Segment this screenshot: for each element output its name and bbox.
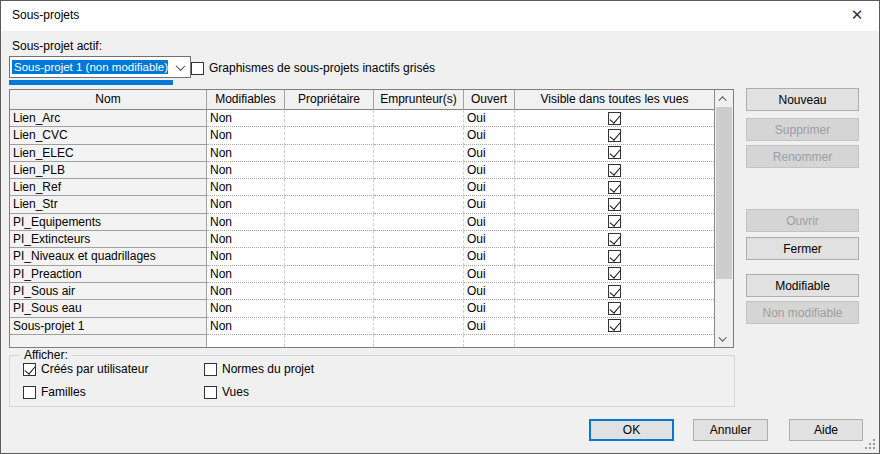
cell-owner[interactable]: [285, 248, 374, 265]
table-row-empty[interactable]: [10, 335, 714, 347]
cell-open[interactable]: Oui: [464, 283, 515, 300]
visible-checkbox[interactable]: [608, 112, 621, 125]
table-row[interactable]: Sous-projet 1 Non Oui: [10, 318, 714, 335]
crees-par-utilisateur-checkbox[interactable]: [23, 363, 36, 376]
cell-owner[interactable]: [285, 127, 374, 144]
cell-borrowers[interactable]: [374, 127, 464, 144]
cell-borrowers[interactable]: [374, 248, 464, 265]
visible-checkbox[interactable]: [608, 250, 621, 263]
cell-borrowers[interactable]: [374, 162, 464, 179]
close-icon[interactable]: ✕: [841, 3, 873, 27]
active-workset-dropdown[interactable]: Sous-projet 1 (non modifiable): [9, 56, 191, 78]
cell-open[interactable]: Oui: [464, 179, 515, 196]
cell-modifiable[interactable]: Non: [207, 214, 285, 231]
cell-open[interactable]: Oui: [464, 162, 515, 179]
option-label[interactable]: Normes du projet: [222, 362, 314, 376]
cell-modifiable[interactable]: Non: [207, 266, 285, 283]
table-row[interactable]: Lien_PLB Non Oui: [10, 162, 714, 179]
cell-modifiable[interactable]: Non: [207, 283, 285, 300]
cell-modifiable[interactable]: Non: [207, 318, 285, 335]
cell-visible[interactable]: [515, 127, 714, 144]
option-normes-du-projet[interactable]: Normes du projet: [204, 362, 314, 376]
cell-open[interactable]: Oui: [464, 300, 515, 317]
cell-name[interactable]: PI_Sous air: [10, 283, 207, 300]
cell-open[interactable]: Oui: [464, 248, 515, 265]
cell-visible[interactable]: [515, 300, 714, 317]
scrollbar-thumb[interactable]: [716, 107, 732, 279]
cell-owner[interactable]: [285, 179, 374, 196]
column-header-2[interactable]: Propriétaire: [285, 90, 374, 110]
gray-inactive-worksets-option[interactable]: Graphismes de sous-projets inactifs gris…: [191, 61, 435, 75]
cell-borrowers[interactable]: [374, 179, 464, 196]
ok-button[interactable]: OK: [589, 419, 674, 441]
visible-checkbox[interactable]: [608, 215, 621, 228]
cell-open[interactable]: Oui: [464, 145, 515, 162]
cell-name[interactable]: Lien_PLB: [10, 162, 207, 179]
cell-visible[interactable]: [515, 196, 714, 213]
cell-owner[interactable]: [285, 335, 374, 347]
cell-owner[interactable]: [285, 196, 374, 213]
table-row[interactable]: PI_Sous eau Non Oui: [10, 300, 714, 317]
scrollbar-down-icon[interactable]: [715, 330, 733, 347]
cell-open[interactable]: [464, 335, 515, 347]
title-bar[interactable]: Sous-projets ✕: [1, 1, 879, 31]
table-row[interactable]: PI_Niveaux et quadrillages Non Oui: [10, 248, 714, 265]
scrollbar-up-icon[interactable]: [715, 90, 733, 107]
cell-owner[interactable]: [285, 145, 374, 162]
cell-modifiable[interactable]: Non: [207, 127, 285, 144]
table-row[interactable]: Lien_ELEC Non Oui: [10, 145, 714, 162]
cell-visible[interactable]: [515, 318, 714, 335]
column-header-4[interactable]: Ouvert: [464, 90, 515, 110]
vertical-scrollbar[interactable]: [714, 90, 733, 347]
cell-modifiable[interactable]: Non: [207, 300, 285, 317]
cell-visible[interactable]: [515, 283, 714, 300]
cell-open[interactable]: Oui: [464, 214, 515, 231]
cell-visible[interactable]: [515, 335, 714, 347]
column-header-1[interactable]: Modifiables: [207, 90, 285, 110]
cell-name[interactable]: PI_Preaction: [10, 266, 207, 283]
cell-borrowers[interactable]: [374, 214, 464, 231]
cell-name[interactable]: Sous-projet 1: [10, 318, 207, 335]
cell-borrowers[interactable]: [374, 318, 464, 335]
cell-name[interactable]: PI_Equipements: [10, 214, 207, 231]
nouveau-button[interactable]: Nouveau: [746, 88, 859, 111]
visible-checkbox[interactable]: [608, 181, 621, 194]
gray-inactive-checkbox[interactable]: [191, 62, 204, 75]
cell-borrowers[interactable]: [374, 231, 464, 248]
cell-visible[interactable]: [515, 179, 714, 196]
table-row[interactable]: PI_Preaction Non Oui: [10, 266, 714, 283]
familles-checkbox[interactable]: [23, 386, 36, 399]
cell-open[interactable]: Oui: [464, 127, 515, 144]
normes-du-projet-checkbox[interactable]: [204, 363, 217, 376]
cell-name[interactable]: Lien_Str: [10, 196, 207, 213]
cell-name[interactable]: PI_Extincteurs: [10, 231, 207, 248]
cell-name[interactable]: [10, 335, 207, 347]
column-header-3[interactable]: Emprunteur(s): [374, 90, 464, 110]
cell-modifiable[interactable]: [207, 335, 285, 347]
cell-owner[interactable]: [285, 318, 374, 335]
column-header-0[interactable]: Nom: [10, 90, 207, 110]
option-label[interactable]: Familles: [41, 385, 86, 399]
visible-checkbox[interactable]: [608, 146, 621, 159]
cell-open[interactable]: Oui: [464, 110, 515, 127]
table-row[interactable]: PI_Extincteurs Non Oui: [10, 231, 714, 248]
cell-modifiable[interactable]: Non: [207, 248, 285, 265]
visible-checkbox[interactable]: [608, 319, 621, 332]
option-label[interactable]: Créés par utilisateur: [41, 362, 148, 376]
table-row[interactable]: Lien_Ref Non Oui: [10, 179, 714, 196]
cell-owner[interactable]: [285, 300, 374, 317]
cell-visible[interactable]: [515, 110, 714, 127]
cell-modifiable[interactable]: Non: [207, 162, 285, 179]
modifiable-button[interactable]: Modifiable: [746, 274, 859, 297]
cell-visible[interactable]: [515, 231, 714, 248]
cell-borrowers[interactable]: [374, 300, 464, 317]
cell-visible[interactable]: [515, 214, 714, 231]
table-row[interactable]: Lien_Str Non Oui: [10, 196, 714, 213]
cell-modifiable[interactable]: Non: [207, 179, 285, 196]
aide-button[interactable]: Aide: [789, 419, 863, 441]
cell-open[interactable]: Oui: [464, 318, 515, 335]
table-row[interactable]: Lien_CVC Non Oui: [10, 127, 714, 144]
cell-owner[interactable]: [285, 214, 374, 231]
cell-owner[interactable]: [285, 162, 374, 179]
cell-owner[interactable]: [285, 283, 374, 300]
